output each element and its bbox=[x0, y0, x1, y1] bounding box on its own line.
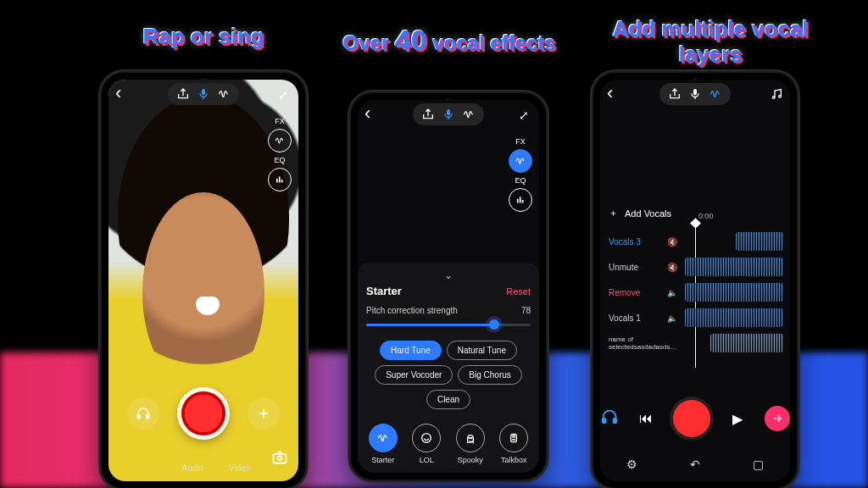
mode-pill[interactable] bbox=[413, 103, 484, 125]
preset-label: Starter bbox=[371, 456, 394, 464]
share-icon[interactable] bbox=[421, 108, 435, 121]
svg-rect-5 bbox=[147, 415, 149, 419]
back-button[interactable] bbox=[607, 87, 620, 101]
drawer-handle[interactable]: ⌄ bbox=[366, 269, 531, 281]
svg-rect-1 bbox=[276, 179, 278, 183]
timeline-start: 0:00 bbox=[698, 212, 714, 220]
pitch-slider[interactable] bbox=[366, 317, 531, 332]
effects-drawer: ⌄ Starter Reset Pitch correction strengt… bbox=[358, 263, 539, 473]
phone-3: ＋ Add Vocals 0:00 Vocals 3🔇 Unmute🔇 Remo… bbox=[593, 73, 797, 488]
svg-point-7 bbox=[278, 456, 282, 460]
expand-icon[interactable] bbox=[278, 87, 292, 101]
headphones-button[interactable] bbox=[600, 408, 619, 430]
waveform[interactable] bbox=[685, 258, 783, 276]
fx-button[interactable] bbox=[268, 129, 292, 152]
svg-rect-21 bbox=[614, 419, 617, 424]
reset-button[interactable]: Reset bbox=[506, 286, 531, 297]
headline-effects: Over 40 vocal effects bbox=[339, 24, 559, 57]
layers-list: Vocals 3🔇 Unmute🔇 Remove🔈 Vocals 1🔈 name… bbox=[600, 229, 790, 356]
eq-button[interactable] bbox=[268, 168, 292, 191]
mode-pill[interactable] bbox=[659, 83, 731, 105]
share-icon[interactable] bbox=[668, 87, 682, 101]
preset-talkbox[interactable]: Talkbox bbox=[499, 424, 528, 464]
phone-2: FX EQ ⌄ Starter Reset Pitch correction s… bbox=[351, 93, 546, 480]
eq-label: EQ bbox=[274, 156, 285, 164]
back-button[interactable] bbox=[364, 108, 378, 121]
fx-label: FX bbox=[515, 137, 526, 146]
add-button[interactable] bbox=[248, 397, 280, 430]
wave-icon[interactable] bbox=[462, 108, 476, 121]
crop-icon[interactable]: ▢ bbox=[753, 458, 764, 471]
layer-label: Vocals 1 bbox=[600, 313, 659, 323]
preset-lol[interactable]: LOL bbox=[412, 424, 441, 464]
chip-hard-tune[interactable]: Hard Tune bbox=[380, 341, 442, 360]
svg-rect-10 bbox=[520, 197, 521, 203]
expand-icon[interactable] bbox=[519, 108, 532, 121]
play-button[interactable]: ▶ bbox=[727, 411, 748, 427]
preset-spooky[interactable]: Spooky bbox=[456, 424, 485, 464]
wave-icon-active[interactable] bbox=[709, 87, 722, 101]
waveform[interactable] bbox=[685, 308, 783, 327]
layer-row[interactable]: Vocals 3🔇 bbox=[600, 229, 790, 254]
mode-pill[interactable] bbox=[168, 83, 239, 105]
fx-label: FX bbox=[275, 117, 285, 125]
mixer-icon[interactable]: ⚙ bbox=[626, 458, 637, 471]
fx-button-active[interactable] bbox=[509, 149, 532, 173]
headphones-button[interactable] bbox=[127, 397, 159, 430]
add-vocals-button[interactable]: ＋ Add Vocals bbox=[609, 207, 671, 219]
preset-title: Starter bbox=[366, 285, 402, 297]
headline-effects-a: Over bbox=[342, 31, 394, 54]
layer-row[interactable]: Remove🔈 bbox=[600, 280, 790, 305]
eq-button[interactable] bbox=[509, 188, 532, 212]
preset-label: LOL bbox=[420, 456, 434, 464]
waveform[interactable] bbox=[736, 232, 783, 251]
preset-label: Spooky bbox=[458, 456, 483, 464]
music-icon[interactable] bbox=[770, 87, 783, 101]
headline-effects-count: 40 bbox=[395, 24, 427, 56]
mic-icon[interactable] bbox=[197, 87, 210, 101]
next-button[interactable] bbox=[765, 406, 790, 431]
waveform[interactable] bbox=[685, 283, 783, 302]
mute-icon[interactable]: 🔇 bbox=[659, 237, 685, 247]
record-button[interactable] bbox=[181, 391, 225, 435]
waveform[interactable] bbox=[710, 334, 783, 352]
undo-icon[interactable]: ↶ bbox=[690, 458, 700, 471]
layer-row[interactable]: Unmute🔇 bbox=[600, 254, 790, 280]
svg-point-19 bbox=[779, 95, 782, 97]
layer-label: Unmute bbox=[600, 263, 659, 272]
svg-point-16 bbox=[513, 435, 515, 438]
svg-rect-0 bbox=[202, 89, 205, 95]
mute-icon[interactable]: 🔈 bbox=[659, 288, 685, 297]
chip-clean[interactable]: Clean bbox=[426, 390, 470, 409]
plus-icon: ＋ bbox=[609, 207, 618, 219]
layer-row[interactable]: name of selectedsasdadasds… bbox=[600, 330, 790, 356]
wave-icon[interactable] bbox=[217, 87, 231, 101]
mute-icon[interactable]: 🔈 bbox=[659, 313, 685, 323]
svg-point-13 bbox=[469, 437, 470, 438]
chip-big-chorus[interactable]: Big Chorus bbox=[458, 365, 521, 385]
svg-rect-3 bbox=[281, 180, 283, 183]
layer-label: name of selectedsasdadasds… bbox=[600, 336, 685, 351]
chip-super-vocoder[interactable]: Super Vocoder bbox=[375, 365, 453, 385]
prev-button[interactable]: ⏮ bbox=[636, 411, 656, 426]
share-icon[interactable] bbox=[176, 87, 190, 101]
svg-rect-11 bbox=[522, 200, 524, 203]
slider-label: Pitch correction strength bbox=[366, 306, 458, 315]
mic-icon[interactable] bbox=[688, 87, 702, 101]
record-button[interactable] bbox=[673, 400, 710, 437]
preset-starter[interactable]: Starter bbox=[369, 424, 398, 464]
mic-icon[interactable] bbox=[442, 108, 455, 121]
back-button[interactable] bbox=[115, 87, 129, 101]
svg-point-18 bbox=[772, 97, 775, 99]
svg-rect-2 bbox=[279, 177, 281, 183]
chip-natural-tune[interactable]: Natural Tune bbox=[447, 341, 517, 360]
eq-label: EQ bbox=[515, 176, 526, 185]
mode-video[interactable]: Video bbox=[229, 463, 250, 473]
layer-label: Vocals 3 bbox=[600, 237, 659, 247]
layer-row[interactable]: Vocals 1🔈 bbox=[600, 305, 790, 330]
svg-rect-4 bbox=[137, 415, 140, 419]
mute-icon[interactable]: 🔇 bbox=[659, 263, 685, 272]
headline-layers: Add multiple vocal layers bbox=[583, 17, 837, 68]
preset-label: Talkbox bbox=[501, 456, 527, 464]
mode-audio[interactable]: Audio bbox=[182, 463, 204, 473]
